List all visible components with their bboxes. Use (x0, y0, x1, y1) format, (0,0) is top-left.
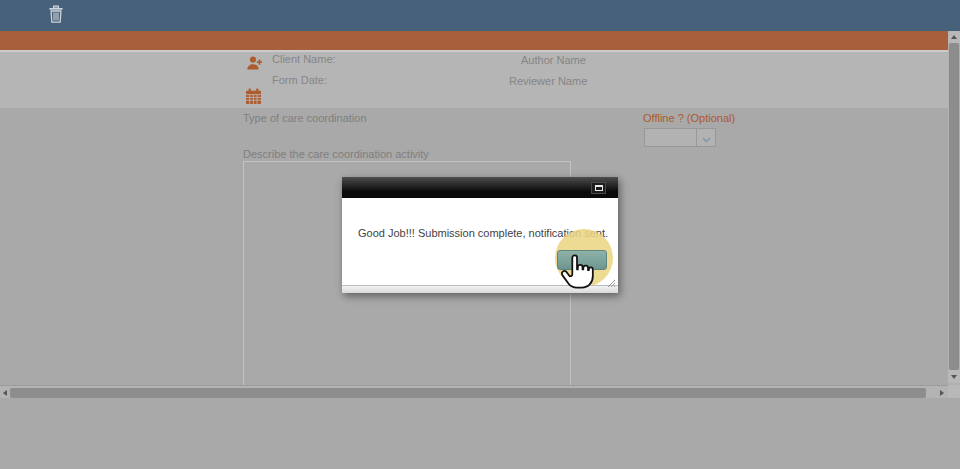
trash-icon (48, 5, 64, 27)
delete-button[interactable] (44, 4, 68, 28)
offline-select-open-button[interactable] (697, 128, 716, 147)
maximize-button[interactable] (591, 182, 606, 194)
calendar-icon[interactable] (245, 88, 262, 109)
top-app-bar (0, 0, 960, 31)
add-user-icon (246, 55, 263, 76)
form-header-band (0, 52, 948, 108)
client-name-label: Client Name: (272, 53, 336, 65)
author-name-label: Author Name (521, 54, 586, 66)
scrollbar-corner (948, 385, 960, 398)
chevron-down-icon (702, 129, 711, 147)
offline-select[interactable] (644, 128, 716, 147)
form-date-label: Form Date: (272, 74, 327, 86)
vertical-scrollbar-thumb[interactable] (949, 43, 959, 370)
horizontal-scrollbar-thumb[interactable] (10, 388, 926, 398)
offline-label: Offline ? (Optional) (643, 112, 735, 124)
vertical-scrollbar[interactable] (948, 31, 960, 385)
scroll-down-arrow-icon[interactable] (948, 370, 960, 383)
reviewer-name-label: Reviewer Name (509, 75, 587, 87)
scroll-left-arrow-icon[interactable] (0, 387, 10, 398)
type-of-care-label: Type of care coordination (243, 112, 367, 124)
resize-grip-icon[interactable] (607, 274, 616, 292)
dialog-titlebar[interactable] (342, 177, 618, 198)
describe-activity-label: Describe the care coordination activity (243, 148, 429, 160)
scroll-up-arrow-icon[interactable] (948, 31, 960, 43)
offline-select-value[interactable] (644, 128, 697, 147)
scroll-right-arrow-icon[interactable] (936, 387, 947, 398)
horizontal-scrollbar[interactable] (0, 385, 948, 398)
hand-cursor-icon (560, 253, 594, 297)
maximize-icon (595, 185, 603, 191)
accent-banner (0, 31, 948, 50)
